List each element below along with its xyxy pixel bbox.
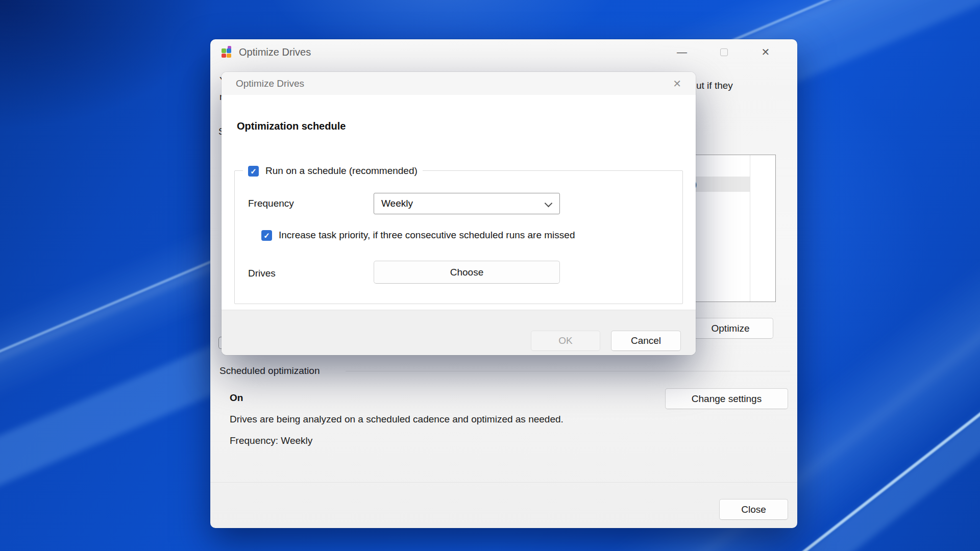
check-icon: ✓ (250, 167, 257, 175)
change-settings-button[interactable]: Change settings (665, 388, 788, 409)
icon-part (227, 54, 231, 58)
maximize-button[interactable] (713, 43, 735, 61)
minimize-icon: — (677, 47, 687, 57)
optimization-schedule-dialog: Optimize Drives ✕ Optimization schedule … (222, 72, 696, 355)
dialog-footer: OK Cancel (222, 310, 696, 355)
table-column-separator (750, 155, 750, 302)
check-icon: ✓ (263, 232, 270, 239)
priority-checkbox[interactable]: ✓ (261, 230, 272, 241)
window-controls: — ✕ (671, 39, 777, 65)
title-bar: Optimize Drives — ✕ (210, 39, 797, 65)
close-button[interactable]: ✕ (754, 43, 777, 61)
section-divider (346, 371, 790, 371)
chevron-down-icon (545, 199, 553, 208)
desktop: Optimize Drives — ✕ Y n ut if they S ) O… (0, 0, 980, 551)
frequency-label: Frequency (248, 198, 294, 209)
maximize-icon (720, 48, 728, 56)
frequency-dropdown[interactable]: Weekly (374, 193, 560, 214)
frequency-value: Weekly (381, 198, 413, 209)
description-fragment-right: ut if they (696, 80, 733, 91)
dialog-title: Optimize Drives (236, 78, 304, 89)
schedule-group-box: ✓ Run on a schedule (recommended) Freque… (234, 170, 683, 304)
optimize-drives-app-icon (221, 46, 232, 58)
choose-drives-button[interactable]: Choose (374, 261, 560, 284)
cancel-button[interactable]: Cancel (611, 331, 681, 351)
close-icon: ✕ (673, 78, 681, 90)
dialog-heading: Optimization schedule (237, 120, 346, 132)
run-on-schedule-row[interactable]: ✓ Run on a schedule (recommended) (243, 164, 423, 178)
run-on-schedule-label[interactable]: Run on a schedule (recommended) (265, 165, 418, 177)
minimize-button[interactable]: — (671, 43, 693, 61)
schedule-status: On (230, 392, 243, 404)
optimize-button[interactable]: Optimize (688, 318, 773, 339)
priority-row[interactable]: ✓ Increase task priority, if three conse… (261, 230, 575, 241)
icon-part (227, 48, 231, 53)
dialog-title-bar: Optimize Drives ✕ (222, 72, 696, 95)
window-title: Optimize Drives (239, 46, 311, 58)
close-icon: ✕ (762, 47, 770, 57)
scheduled-optimization-heading: Scheduled optimization (219, 365, 320, 377)
schedule-frequency: Frequency: Weekly (230, 435, 312, 446)
drives-label: Drives (248, 268, 276, 279)
priority-label[interactable]: Increase task priority, if three consecu… (279, 230, 575, 241)
dialog-close-button[interactable]: ✕ (664, 75, 681, 92)
close-window-button[interactable]: Close (719, 499, 788, 520)
ok-button[interactable]: OK (531, 331, 600, 351)
icon-part (222, 54, 226, 58)
run-on-schedule-checkbox[interactable]: ✓ (248, 166, 259, 177)
schedule-description: Drives are being analyzed on a scheduled… (230, 414, 564, 425)
footer-divider (210, 482, 797, 483)
icon-part (222, 48, 226, 53)
